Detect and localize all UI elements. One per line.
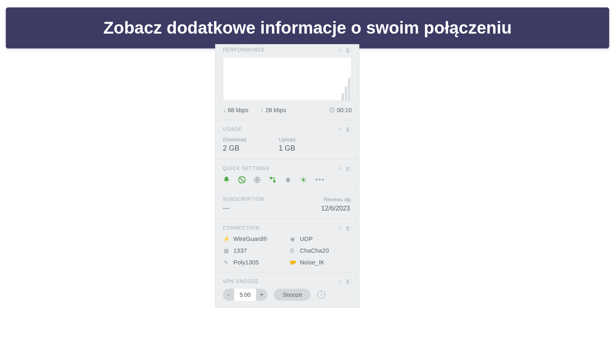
disk-icon: ◉: [289, 236, 296, 242]
key-icon: ✎: [223, 259, 229, 266]
arrow-down-icon: ↓: [223, 107, 226, 113]
snooze-controls: - + Snooze i: [223, 289, 352, 301]
usage-download-value: 2 GB: [223, 144, 246, 153]
connection-grid: ⚡ WireGuard® ◉ UDP ▦ 1337 ChaCha20 ✎ Pol…: [223, 235, 352, 266]
vpn-panel: PERFORMANCE ≡ ◧ ↓ 68 kbps ↑ 28 kbps: [215, 44, 359, 308]
chart-bar: [345, 87, 347, 100]
connection-protocol: ⚡ WireGuard®: [223, 235, 285, 242]
quick-settings-icons: •••: [223, 176, 352, 184]
more-icon[interactable]: •••: [315, 176, 323, 184]
section-connection: CONNECTION ≡ ◧ ⚡ WireGuard® ◉ UDP ▦ 1337: [216, 219, 359, 272]
connection-auth-value: Poly1305: [233, 259, 259, 266]
duration-value: 00:10: [337, 107, 352, 113]
usage-download: Download 2 GB: [223, 136, 246, 153]
bookmark-icon[interactable]: ◧: [346, 126, 352, 132]
usage-actions: ≡ ◧: [338, 126, 352, 132]
connection-cipher: ChaCha20: [289, 247, 352, 254]
svg-line-2: [240, 178, 244, 182]
port-icon: ▦: [223, 247, 229, 254]
usage-upload: Upload 1 GB: [279, 136, 295, 153]
page-banner: Zobacz dodatkowe informacje o swoim połą…: [6, 7, 609, 49]
performance-actions: ≡ ◧: [338, 47, 352, 53]
bell-icon[interactable]: [223, 176, 231, 183]
usage-upload-label: Upload: [279, 136, 295, 143]
section-quick-settings: QUICK SETTINGS ≡ ◧: [216, 159, 359, 190]
svg-rect-4: [270, 177, 272, 179]
usage-row: Download 2 GB Upload 1 GB: [223, 136, 352, 153]
usage-upload-value: 1 GB: [279, 144, 295, 153]
lock-icon: [289, 248, 296, 253]
connection-header: CONNECTION: [223, 225, 260, 231]
connection-transport-value: UDP: [300, 235, 313, 242]
performance-stats: ↓ 68 kbps ↑ 28 kbps 00:10: [223, 106, 352, 113]
section-usage: USAGE ≡ ◧ Download 2 GB Upload 1 GB: [216, 120, 359, 159]
menu-icon[interactable]: ≡: [339, 196, 342, 203]
snooze-time-input[interactable]: [234, 289, 256, 301]
section-performance: PERFORMANCE ≡ ◧ ↓ 68 kbps ↑ 28 kbps: [216, 44, 359, 120]
quick-settings-actions: ≡ ◧: [338, 165, 352, 172]
usage-header: USAGE: [223, 126, 242, 132]
bookmark-icon[interactable]: ◧: [346, 165, 352, 172]
upload-rate-value: 28 kbps: [266, 107, 286, 113]
subscription-plan: SUBSCRIPTION ---: [223, 196, 264, 212]
connection-cipher-value: ChaCha20: [300, 247, 329, 254]
bug-icon[interactable]: [284, 176, 293, 183]
arrow-up-icon: ↑: [261, 106, 264, 113]
connection-header-row: CONNECTION ≡ ◧: [223, 225, 352, 231]
subscription-plan-value: ---: [223, 204, 264, 212]
snooze-header-row: VPN SNOOZE ≡ ◧: [223, 278, 352, 285]
snooze-plus-button[interactable]: +: [256, 289, 267, 301]
bookmark-icon[interactable]: ◧: [346, 47, 352, 53]
connection-auth: ✎ Poly1305: [223, 259, 285, 266]
connection-handshake-value: Noise_IK: [300, 259, 325, 266]
snooze-button[interactable]: Snooze: [274, 289, 311, 301]
download-rate: ↓ 68 kbps: [223, 107, 248, 113]
section-snooze: VPN SNOOZE ≡ ◧ - + Snooze i: [216, 272, 359, 307]
duration: 00:10: [329, 107, 352, 113]
download-rate-value: 68 kbps: [228, 107, 248, 113]
block-icon[interactable]: [238, 176, 246, 183]
menu-icon[interactable]: ≡: [338, 47, 342, 53]
svg-point-6: [286, 178, 290, 183]
performance-header: PERFORMANCE: [223, 47, 265, 53]
connection-transport: ◉ UDP: [289, 235, 352, 242]
chart-bar: [348, 78, 350, 100]
performance-chart: [223, 57, 352, 101]
connection-port: ▦ 1337: [223, 247, 285, 254]
snooze-header: VPN SNOOZE: [223, 279, 259, 284]
snooze-stepper: - +: [223, 289, 267, 301]
subscription-row: SUBSCRIPTION --- Renews on 12/6/2023: [223, 196, 352, 212]
connection-protocol-value: WireGuard®: [233, 235, 267, 242]
network-icon[interactable]: [269, 176, 277, 183]
usage-header-row: USAGE ≡ ◧: [223, 126, 352, 132]
handshake-icon: 🤝: [289, 259, 296, 266]
quick-settings-header-row: QUICK SETTINGS ≡ ◧: [223, 165, 352, 172]
globe-icon[interactable]: [254, 176, 262, 183]
subscription-renews-date: 12/6/2023: [321, 205, 350, 212]
plug-icon: ⚡: [223, 236, 229, 242]
usage-download-label: Download: [223, 136, 246, 143]
snooze-minus-button[interactable]: -: [223, 289, 234, 301]
performance-header-row: PERFORMANCE ≡ ◧: [223, 47, 352, 53]
connection-handshake: 🤝 Noise_IK: [289, 259, 352, 266]
menu-icon[interactable]: ≡: [338, 225, 342, 231]
info-icon[interactable]: i: [317, 291, 325, 299]
chart-bar: [342, 93, 344, 100]
clock-icon: [329, 107, 335, 113]
banner-title: Zobacz dodatkowe informacje o swoim połą…: [103, 18, 512, 37]
subscription-actions: ≡ ◧: [339, 196, 352, 203]
menu-icon[interactable]: ≡: [338, 126, 342, 132]
bookmark-icon[interactable]: ◧: [346, 278, 352, 285]
connection-actions: ≡ ◧: [338, 225, 352, 231]
connection-port-value: 1337: [233, 247, 247, 254]
light-icon[interactable]: [300, 176, 308, 183]
svg-rect-8: [290, 250, 294, 252]
snooze-actions: ≡ ◧: [338, 278, 352, 285]
bookmark-icon[interactable]: ◧: [346, 196, 352, 203]
quick-settings-header: QUICK SETTINGS: [223, 166, 269, 171]
menu-icon[interactable]: ≡: [338, 165, 342, 172]
bookmark-icon[interactable]: ◧: [346, 225, 352, 231]
menu-icon[interactable]: ≡: [338, 278, 342, 285]
section-subscription: ≡ ◧ SUBSCRIPTION --- Renews on 12/6/2023: [216, 190, 359, 219]
subscription-header: SUBSCRIPTION: [223, 196, 264, 202]
